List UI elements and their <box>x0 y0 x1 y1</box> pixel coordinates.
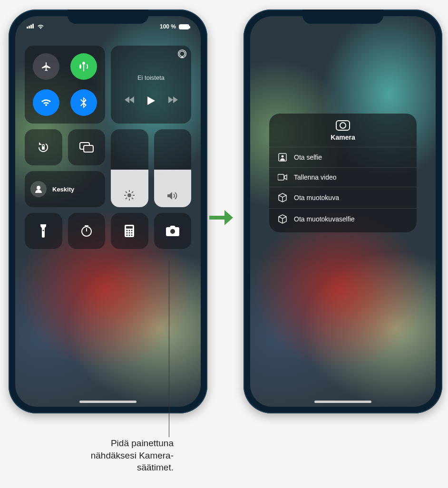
flashlight-icon <box>39 224 47 238</box>
wifi-toggle[interactable] <box>33 89 59 116</box>
play-icon[interactable] <box>147 96 155 105</box>
antenna-icon <box>78 61 89 72</box>
svg-point-15 <box>43 230 44 231</box>
home-indicator[interactable] <box>79 401 136 403</box>
control-center: Ei toisteta <box>25 46 191 249</box>
iphone-right: Kamera Ota selfie Tallenna video <box>243 10 442 413</box>
notch <box>302 10 383 24</box>
bluetooth-icon <box>80 97 87 108</box>
person-square-icon <box>278 153 287 162</box>
camera-menu-label: Ota muotokuvaselfie <box>294 215 355 223</box>
callout-leader-line <box>169 260 169 437</box>
brightness-icon <box>111 190 148 201</box>
arrow-icon <box>209 209 233 226</box>
cellular-signal-icon <box>27 23 34 30</box>
svg-point-26 <box>131 232 133 234</box>
airplane-icon <box>40 61 52 72</box>
volume-icon <box>154 191 192 201</box>
calculator-button[interactable] <box>111 213 148 249</box>
brightness-fill <box>111 170 148 207</box>
svg-point-23 <box>131 230 133 231</box>
svg-rect-2 <box>42 146 45 150</box>
svg-rect-4 <box>84 145 93 152</box>
brightness-slider[interactable] <box>111 129 148 207</box>
volume-slider[interactable] <box>154 129 192 207</box>
svg-point-0 <box>180 51 185 57</box>
wifi-icon <box>40 98 52 107</box>
iphone-left: 100 % <box>9 10 207 413</box>
svg-line-11 <box>132 198 133 199</box>
notch <box>68 10 148 24</box>
screen-right: Kamera Ota selfie Tallenna video <box>250 16 436 407</box>
camera-icon <box>166 226 179 236</box>
svg-line-10 <box>126 191 127 193</box>
forward-icon[interactable] <box>168 96 178 105</box>
cube-icon <box>278 193 287 202</box>
timer-icon <box>80 225 93 237</box>
volume-fill <box>154 170 192 207</box>
camera-menu-label: Tallenna video <box>294 173 337 181</box>
flashlight-button[interactable] <box>25 213 62 249</box>
battery-icon <box>179 24 189 29</box>
orientation-lock-button[interactable] <box>25 129 62 165</box>
focus-icon <box>30 181 47 197</box>
home-indicator[interactable] <box>314 401 371 403</box>
camera-menu-item-video[interactable]: Tallenna video <box>269 167 417 187</box>
bluetooth-toggle[interactable] <box>70 89 97 116</box>
camera-menu-item-portrait-selfie[interactable]: Ota muotokuvaselfie <box>269 208 417 230</box>
svg-point-28 <box>129 235 130 236</box>
svg-line-12 <box>126 198 127 199</box>
focus-label: Keskity <box>52 186 74 193</box>
camera-icon <box>336 120 350 131</box>
svg-point-25 <box>129 232 130 234</box>
screen-mirroring-icon <box>79 142 94 153</box>
timer-button[interactable] <box>68 213 106 249</box>
svg-point-27 <box>127 235 128 236</box>
rewind-icon[interactable] <box>125 96 134 105</box>
focus-button[interactable]: Keskity <box>25 171 105 207</box>
svg-point-14 <box>37 186 40 190</box>
svg-point-29 <box>131 235 133 236</box>
video-icon <box>278 174 287 181</box>
screen-mirroring-button[interactable] <box>68 129 106 165</box>
camera-menu-item-selfie[interactable]: Ota selfie <box>269 147 417 167</box>
camera-menu-label: Ota selfie <box>294 153 322 161</box>
svg-point-32 <box>282 155 284 158</box>
connectivity-module <box>25 46 105 124</box>
cellular-data-toggle[interactable] <box>70 53 97 80</box>
svg-point-30 <box>170 229 175 234</box>
orientation-lock-icon <box>37 141 50 154</box>
camera-menu-title: Kamera <box>269 134 417 141</box>
calculator-icon <box>125 225 134 237</box>
media-playback-module[interactable]: Ei toisteta <box>111 46 191 124</box>
playback-title: Ei toisteta <box>137 74 165 81</box>
svg-point-24 <box>127 232 128 234</box>
camera-button[interactable] <box>154 213 192 249</box>
svg-point-22 <box>129 230 130 231</box>
screen-left: 100 % <box>15 16 201 407</box>
battery-label: 100 % <box>160 23 176 30</box>
airplane-mode-toggle[interactable] <box>33 53 59 80</box>
svg-point-5 <box>127 193 131 197</box>
airplay-icon[interactable] <box>177 49 187 60</box>
svg-rect-33 <box>278 174 284 180</box>
svg-line-13 <box>132 191 133 193</box>
svg-point-21 <box>127 230 128 231</box>
camera-menu-label: Ota muotokuva <box>294 194 339 201</box>
wifi-icon <box>37 24 44 29</box>
svg-rect-20 <box>126 226 133 229</box>
callout-text: Pidä painettuna nähdäksesi Kamera-säätim… <box>71 437 174 474</box>
camera-context-menu: Kamera Ota selfie Tallenna video <box>269 114 417 232</box>
cube-icon <box>278 214 287 224</box>
camera-menu-item-portrait[interactable]: Ota muotokuva <box>269 187 417 208</box>
